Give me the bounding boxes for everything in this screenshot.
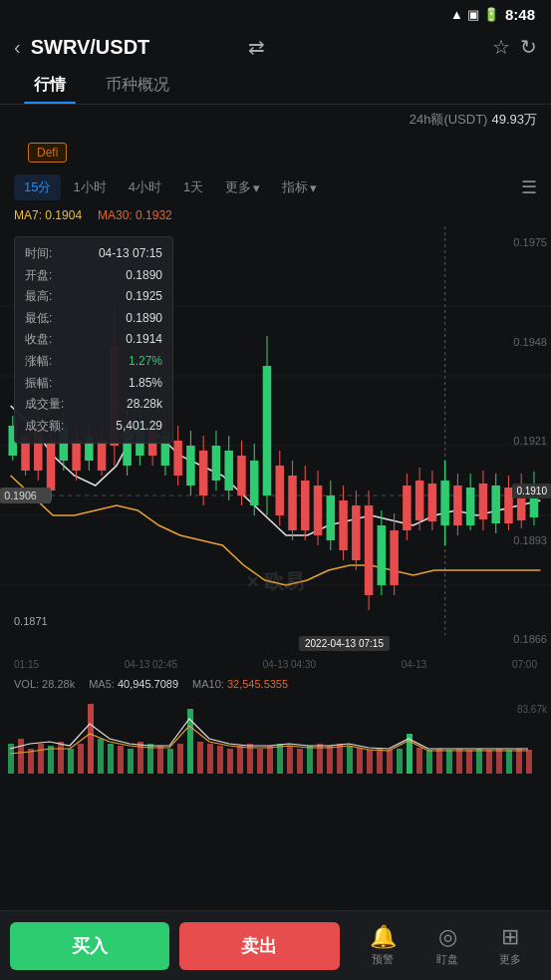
nav-alert[interactable]: 🔔 预警 [370, 924, 397, 967]
tooltip-high: 最高: 0.1925 [25, 286, 162, 308]
svg-rect-145 [526, 750, 532, 774]
tooltip-amplitude: 振幅: 1.85% [25, 373, 162, 395]
svg-rect-118 [257, 749, 263, 774]
svg-rect-98 [58, 742, 64, 774]
star-icon[interactable]: ☆ [492, 35, 510, 59]
tooltip-change: 涨幅: 1.27% [25, 351, 162, 373]
svg-rect-110 [177, 744, 183, 774]
price-labels: 0.1975 0.1948 0.1921 0.1893 0.1866 [513, 226, 547, 655]
volume-label: 24h额(USDT) [410, 111, 488, 129]
back-button[interactable]: ‹ [14, 36, 21, 59]
selected-date-label: 2022-04-13 07:15 [299, 636, 390, 651]
svg-rect-103 [108, 744, 114, 774]
svg-rect-108 [157, 746, 163, 774]
svg-rect-121 [287, 746, 293, 774]
trading-pair-title: SWRV/USDT [31, 36, 238, 59]
sell-button[interactable]: 卖出 [179, 922, 339, 970]
svg-rect-112 [197, 742, 203, 774]
volume-chart[interactable]: 83.67k [0, 694, 551, 784]
x-axis-labels: 01:15 04-13 02:45 04-13 04:30 04-13 07:0… [0, 655, 551, 674]
time-btn-indicator[interactable]: 指标 ▾ [272, 174, 327, 200]
low-price-label: 0.1871 [14, 615, 48, 627]
chart-settings-icon[interactable]: ☰ [521, 176, 537, 198]
vol-ma5-label: MA5: 40,945.7089 [89, 678, 178, 690]
volume-value: 49.93万 [491, 111, 537, 129]
nav-alert-label: 预警 [372, 952, 394, 967]
volume-header: VOL: 28.28k MA5: 40,945.7089 MA10: 32,54… [0, 674, 551, 694]
current-price-box: 0.1910 [512, 484, 551, 498]
svg-rect-123 [307, 746, 313, 774]
svg-rect-94 [18, 739, 24, 774]
vol-ma10-label: MA10: 32,545.5355 [192, 678, 288, 690]
ma7-label: MA7: 0.1904 [14, 208, 82, 222]
tabs: 行情 币种概况 [0, 65, 551, 105]
svg-rect-116 [237, 746, 243, 774]
svg-rect-114 [217, 746, 223, 774]
svg-rect-99 [68, 749, 74, 774]
time-btn-15min[interactable]: 15分 [14, 174, 61, 200]
svg-rect-104 [118, 746, 124, 774]
svg-rect-102 [98, 739, 104, 774]
wifi-icon: ▲ [450, 7, 463, 22]
watch-icon: ◎ [438, 924, 457, 950]
candlestick-chart[interactable]: 0.1906 时间: 04-13 07:15 开盘: 0.1890 最高: 0.… [0, 226, 551, 655]
svg-rect-101 [88, 704, 94, 774]
ma-values: MA7: 0.1904 MA30: 0.1932 [0, 204, 551, 226]
svg-text:0.1906: 0.1906 [4, 490, 37, 501]
bottom-nav: 买入 卖出 🔔 预警 ◎ 盯盘 ⊞ 更多 [0, 910, 551, 980]
ma30-label: MA30: 0.1932 [98, 208, 172, 222]
switch-icon[interactable]: ⇄ [248, 35, 265, 59]
svg-rect-144 [516, 749, 522, 774]
svg-rect-119 [267, 746, 273, 774]
time-btn-more[interactable]: 更多 ▾ [215, 174, 270, 200]
time-btn-4hour[interactable]: 4小时 [119, 174, 171, 200]
status-time: 8:48 [505, 6, 535, 23]
svg-rect-95 [28, 749, 34, 774]
x-label-2: 04-13 02:45 [125, 659, 177, 670]
svg-rect-122 [297, 749, 303, 774]
svg-rect-130 [377, 749, 383, 774]
x-label-1: 01:15 [14, 659, 39, 670]
x-label-3: 04-13 04:30 [263, 659, 316, 670]
svg-rect-138 [456, 749, 462, 774]
status-icons: ▲ ▣ 🔋 [450, 7, 499, 22]
x-label-4: 04-13 [402, 659, 427, 670]
svg-rect-97 [48, 746, 54, 774]
more-arrow-icon: ▾ [253, 180, 260, 195]
svg-rect-132 [397, 749, 403, 774]
time-btn-1day[interactable]: 1天 [173, 174, 213, 200]
svg-rect-115 [227, 749, 233, 774]
tab-market[interactable]: 行情 [14, 65, 86, 104]
nav-more[interactable]: ⊞ 更多 [499, 924, 521, 967]
time-period-bar: 15分 1小时 4小时 1天 更多 ▾ 指标 ▾ ☰ [0, 170, 551, 204]
svg-rect-105 [128, 749, 134, 774]
tab-overview[interactable]: 币种概况 [86, 65, 189, 104]
time-btn-1hour[interactable]: 1小时 [63, 174, 116, 200]
refresh-icon[interactable]: ↻ [520, 35, 537, 59]
bell-icon: 🔔 [370, 924, 397, 950]
tooltip-low: 最低: 0.1890 [25, 308, 162, 330]
tooltip-time: 时间: 04-13 07:15 [25, 243, 162, 265]
signal-icon: ▣ [467, 7, 479, 22]
nav-watch-label: 盯盘 [436, 952, 458, 967]
indicator-arrow-icon: ▾ [310, 180, 317, 195]
svg-rect-134 [416, 748, 422, 774]
tooltip-open: 开盘: 0.1890 [25, 265, 162, 287]
svg-rect-126 [337, 744, 343, 774]
tooltip-volume: 成交量: 28.28k [25, 394, 162, 416]
candlestick-tooltip: 时间: 04-13 07:15 开盘: 0.1890 最高: 0.1925 最低… [14, 236, 173, 444]
nav-icons: 🔔 预警 ◎ 盯盘 ⊞ 更多 [350, 924, 541, 967]
watermark: × 欧易 [247, 568, 304, 595]
nav-watch[interactable]: ◎ 盯盘 [436, 924, 458, 967]
svg-rect-128 [357, 748, 363, 774]
vol-right-label: 83.67k [517, 704, 547, 715]
svg-rect-109 [167, 749, 173, 774]
svg-rect-120 [277, 744, 283, 774]
grid-icon: ⊞ [501, 924, 519, 950]
svg-rect-131 [387, 750, 393, 774]
price-label-1: 0.1975 [513, 236, 547, 248]
buy-button[interactable]: 买入 [10, 922, 169, 970]
svg-rect-111 [187, 709, 193, 774]
volume-svg [0, 694, 551, 784]
svg-rect-143 [506, 750, 512, 774]
